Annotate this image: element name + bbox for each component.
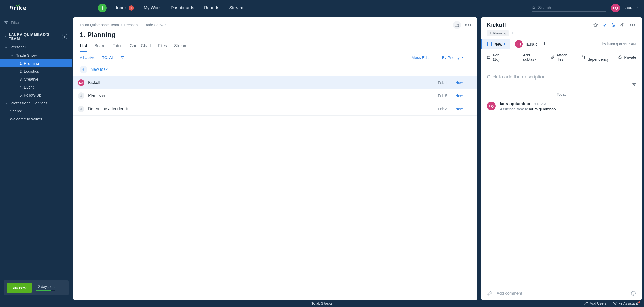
- sort-by-priority[interactable]: By Priority ▼: [442, 55, 464, 60]
- trial-days-label: 12 days left: [36, 285, 55, 289]
- folder-icon[interactable]: [453, 21, 461, 29]
- tab-board[interactable]: Board: [94, 41, 105, 52]
- nav-my-work[interactable]: My Work: [144, 5, 161, 11]
- new-task-row[interactable]: + New task: [73, 63, 477, 76]
- chevron-down-icon: ▼: [503, 43, 506, 45]
- activity-filter-icon[interactable]: [632, 83, 636, 87]
- nav-inbox[interactable]: Inbox1: [116, 5, 134, 11]
- nav-dashboards[interactable]: Dashboards: [171, 5, 194, 11]
- svg-rect-6: [582, 56, 583, 57]
- add-assignee-button[interactable]: +: [543, 41, 546, 47]
- tab-stream[interactable]: Stream: [174, 41, 188, 52]
- user-avatar[interactable]: LQ: [611, 4, 620, 12]
- doc-icon: [41, 53, 44, 57]
- task-row[interactable]: Determine attendee list Feb 3 New: [73, 102, 477, 116]
- search-input[interactable]: [538, 6, 606, 10]
- global-add-button[interactable]: [98, 4, 107, 12]
- sidebar-item-logistics[interactable]: 2. Logistics: [0, 67, 72, 75]
- task-status: New: [455, 107, 470, 111]
- wrike-assistant-button[interactable]: Wrike Assistant: [613, 301, 640, 305]
- unassigned-avatar-icon: [78, 92, 84, 99]
- hamburger-icon[interactable]: [73, 6, 79, 10]
- pin-icon[interactable]: [603, 23, 607, 27]
- checkbox-icon[interactable]: [487, 42, 492, 46]
- sidebar-item-creative[interactable]: 3. Creative: [0, 75, 72, 83]
- activity-author: laura quiambao: [500, 102, 530, 106]
- star-icon[interactable]: [593, 23, 598, 27]
- nav-stream[interactable]: Stream: [229, 5, 243, 11]
- assignee-avatar[interactable]: LQ: [515, 40, 523, 48]
- view-tabs: List Board Table Gantt Chart Files Strea…: [73, 41, 477, 52]
- sidebar-item-professional-services[interactable]: › Professional Services: [0, 99, 72, 107]
- privacy-button[interactable]: Private: [618, 55, 636, 59]
- task-title: Kickoff: [88, 80, 429, 85]
- sidebar-filter-input[interactable]: [11, 19, 68, 26]
- chevron-down-icon: ▼: [461, 56, 464, 59]
- status-bar: Total: 3 tasks Add Users Wrike Assistant: [0, 300, 644, 307]
- trial-progress: [36, 290, 55, 291]
- chevron-down-icon: ⌄: [10, 53, 13, 57]
- rss-icon[interactable]: [611, 23, 615, 27]
- svg-point-9: [631, 291, 636, 296]
- sidebar-item-welcome[interactable]: Welcome to Wrike!: [0, 115, 72, 123]
- more-icon[interactable]: •••: [629, 22, 636, 28]
- tab-files[interactable]: Files: [158, 41, 167, 52]
- tab-gantt[interactable]: Gantt Chart: [130, 41, 151, 52]
- task-title: Determine attendee list: [88, 107, 429, 111]
- assignee-name[interactable]: laura q.: [526, 42, 539, 46]
- global-search[interactable]: [532, 5, 606, 12]
- buy-now-button[interactable]: Buy now!: [7, 283, 32, 293]
- more-icon[interactable]: •••: [465, 22, 472, 28]
- crumb-team[interactable]: Laura Quiambao's Team: [80, 23, 119, 27]
- filter-active[interactable]: All active: [80, 55, 95, 60]
- sidebar-item-event[interactable]: 4. Event: [0, 83, 72, 91]
- filter-button[interactable]: [120, 56, 124, 60]
- paperclip-icon[interactable]: [487, 291, 492, 296]
- attach-files-button[interactable]: Attach files: [550, 53, 574, 62]
- app-logo[interactable]: [9, 4, 34, 12]
- nav-reports[interactable]: Reports: [204, 5, 219, 11]
- chevron-right-icon: ›: [5, 101, 8, 105]
- svg-point-2: [81, 94, 82, 96]
- sidebar-item-planning[interactable]: 1. Planning: [0, 59, 72, 67]
- dependency-button[interactable]: 1 dependency: [582, 53, 611, 62]
- activity-avatar: LQ: [487, 102, 496, 110]
- breadcrumbs: Laura Quiambao's Team› Personal› Trade S…: [73, 17, 477, 30]
- sidebar-item-personal[interactable]: ⌄ Personal: [0, 43, 72, 51]
- sidebar: LAURA QUIAMBAO'S TEAM + ⌄ Personal ⌄ Tra…: [0, 16, 72, 300]
- assignee-avatar: LQ: [78, 79, 84, 86]
- tab-list[interactable]: List: [80, 41, 87, 52]
- chevron-down-icon: [635, 6, 638, 10]
- date-field[interactable]: Feb 1 (1d): [487, 53, 510, 62]
- task-date: Feb 1: [432, 81, 447, 85]
- sidebar-item-shared[interactable]: Shared: [0, 107, 72, 115]
- status-selector[interactable]: New ▼: [481, 39, 510, 49]
- sidebar-item-trade-show[interactable]: ⌄ Trade Show: [0, 51, 72, 59]
- inbox-badge: 1: [129, 5, 134, 11]
- task-row[interactable]: LQ Kickoff Feb 1 New: [73, 76, 477, 89]
- link-icon[interactable]: [620, 23, 625, 27]
- folder-tag[interactable]: 1. Planning: [487, 30, 509, 36]
- add-tag-button[interactable]: +: [511, 31, 514, 36]
- activity-date-separator: Today: [481, 90, 642, 99]
- user-menu[interactable]: laura: [624, 6, 638, 10]
- task-detail-title[interactable]: Kickoff: [487, 22, 589, 28]
- add-users-button[interactable]: Add Users: [584, 301, 606, 305]
- mass-edit[interactable]: Mass Edit: [412, 55, 429, 60]
- team-header[interactable]: LAURA QUIAMBAO'S TEAM +: [0, 30, 72, 43]
- chevron-down-icon: ⌄: [5, 45, 8, 49]
- filter-assignee[interactable]: TO: All: [102, 55, 114, 60]
- description-field[interactable]: Click to add the description: [481, 65, 642, 89]
- crumb-personal[interactable]: Personal: [124, 23, 139, 27]
- dot-icon: [5, 36, 6, 37]
- sidebar-item-followup[interactable]: 5. Follow-Up: [0, 91, 72, 99]
- doc-icon: [52, 101, 55, 105]
- crumb-trade-show[interactable]: Trade Show: [144, 23, 163, 27]
- comment-input[interactable]: [497, 291, 626, 296]
- add-folder-button[interactable]: +: [62, 34, 67, 39]
- emoji-icon[interactable]: [631, 291, 636, 296]
- add-subtask-button[interactable]: Add subtask: [517, 53, 543, 62]
- task-row[interactable]: Plan event Feb 5 New: [73, 89, 477, 102]
- tab-table[interactable]: Table: [113, 41, 122, 52]
- activity-text: Assigned task to laura quiambao: [500, 107, 636, 111]
